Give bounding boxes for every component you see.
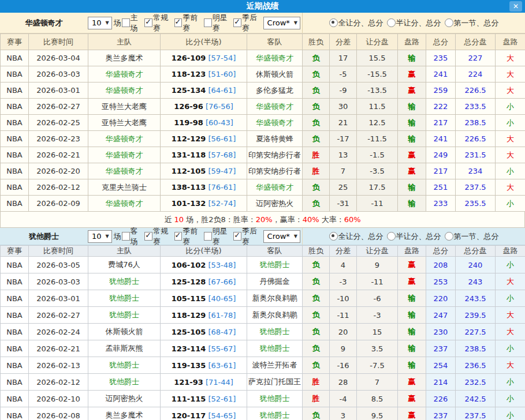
- home-team-link[interactable]: 克里夫兰骑士: [102, 183, 147, 192]
- jazz-results-table: 赛事 比赛时间 主队 比分(半场) 客队 胜负 分差 让分盘 盘路 总分 总分盘…: [0, 245, 525, 420]
- home-team-link[interactable]: 犹他爵士: [109, 294, 139, 302]
- checkbox-icon[interactable]: [204, 18, 212, 27]
- filter-checkbox-item[interactable]: 明星赛: [204, 226, 233, 247]
- bookmaker-select[interactable]: Crow*▼: [263, 230, 300, 243]
- home-team-link[interactable]: 孟菲斯灰熊: [106, 344, 143, 352]
- odds-mode-radio-item[interactable]: 全让分、总分: [329, 18, 383, 28]
- radio-icon[interactable]: [445, 232, 453, 241]
- handicap-cell: -11.5: [357, 131, 398, 147]
- home-team-link[interactable]: 华盛顿奇才: [106, 70, 143, 78]
- checkbox-icon[interactable]: [204, 232, 212, 241]
- wizards-results-table: 赛事 比赛时间 主队 比分(半场) 客队 胜负 分差 让分盘 盘路 总分 总分盘…: [0, 33, 525, 212]
- away-team-link[interactable]: 华盛顿奇才: [256, 183, 293, 192]
- ou-cell: 大: [496, 324, 525, 340]
- home-team-link[interactable]: 休斯顿火箭: [106, 327, 143, 336]
- filter-checkbox-item[interactable]: 常规赛: [144, 13, 173, 33]
- handicap-result-cell: 输: [398, 357, 426, 374]
- away-team-link[interactable]: 华盛顿奇才: [256, 118, 293, 127]
- filter-checkbox-item[interactable]: 季前赛: [174, 226, 203, 247]
- ou-value: 大: [507, 327, 514, 336]
- away-team-link[interactable]: 犹他爵士: [260, 260, 290, 269]
- away-team-link[interactable]: 夏洛特黄蜂: [256, 134, 293, 143]
- radio-icon[interactable]: [387, 232, 396, 241]
- radio-icon[interactable]: [329, 232, 338, 241]
- games-count-select[interactable]: 10▼: [88, 17, 112, 29]
- checkbox-icon[interactable]: [174, 232, 183, 241]
- checkbox-icon[interactable]: [144, 18, 152, 27]
- away-team-link[interactable]: 华盛顿奇才: [256, 54, 293, 62]
- away-team-link[interactable]: 印第安纳步行者: [248, 151, 301, 159]
- radio-icon[interactable]: [387, 18, 396, 27]
- away-team-link[interactable]: 新奥尔良鹈鹕: [252, 294, 297, 302]
- home-team-link[interactable]: 华盛顿奇才: [106, 86, 143, 95]
- home-team-link[interactable]: 亚特兰大老鹰: [102, 118, 147, 127]
- home-team-link[interactable]: 犹他爵士: [109, 361, 139, 369]
- games-count-select[interactable]: 10▼: [88, 230, 112, 243]
- odds-mode-radio-item[interactable]: 第一节、总分: [445, 18, 499, 28]
- away-team-link[interactable]: 多伦多猛龙: [256, 86, 293, 95]
- home-team-link[interactable]: 犹他爵士: [109, 310, 139, 319]
- checkbox-icon[interactable]: [122, 232, 130, 241]
- odds-mode-radio-item[interactable]: 半让分、总分: [387, 18, 441, 28]
- result-cell: 负: [303, 50, 330, 66]
- home-team-link[interactable]: 奥兰多魔术: [106, 411, 143, 419]
- handicap-result-value: 输: [408, 361, 416, 369]
- handicap-cell: -3: [357, 307, 398, 324]
- handicap-result-cell: 赢: [398, 163, 426, 179]
- league-cell: NBA: [1, 82, 29, 99]
- filter-checkbox-item[interactable]: 主场: [122, 13, 144, 33]
- checkbox-icon[interactable]: [174, 18, 183, 27]
- away-team-link[interactable]: 萨克拉门托国王: [248, 377, 301, 386]
- checkbox-icon[interactable]: [144, 232, 152, 241]
- diff-cell: 30: [330, 99, 357, 115]
- filter-checkbox-item[interactable]: 季后赛: [233, 13, 262, 33]
- away-team-link[interactable]: 华盛顿奇才: [256, 102, 293, 111]
- checkbox-icon[interactable]: [122, 18, 130, 27]
- home-team-link[interactable]: 华盛顿奇才: [106, 134, 143, 143]
- final-score: 121-93: [174, 378, 203, 387]
- away-team-link[interactable]: 印第安纳步行者: [248, 167, 301, 175]
- home-team-link[interactable]: 奥兰多魔术: [106, 54, 143, 62]
- checkbox-icon[interactable]: [233, 18, 241, 27]
- away-team-link[interactable]: 犹他爵士: [260, 344, 290, 352]
- filter-checkbox-item[interactable]: 客场: [122, 226, 144, 247]
- filter-checkbox-item[interactable]: 季前赛: [174, 13, 203, 33]
- away-team-link[interactable]: 休斯顿火箭: [256, 70, 293, 78]
- home-team-link[interactable]: 华盛顿奇才: [106, 167, 143, 175]
- home-team-link[interactable]: 华盛顿奇才: [106, 199, 143, 208]
- table-row: NBA 2026-03-05 费城76人 106-102 [53-48] 犹他爵…: [1, 257, 525, 273]
- radio-icon[interactable]: [445, 18, 453, 27]
- total-line-cell: 238.5: [456, 340, 496, 357]
- filter-checkbox-item[interactable]: 常规赛: [144, 226, 173, 247]
- radio-icon[interactable]: [329, 18, 338, 27]
- away-team-link[interactable]: 犹他爵士: [260, 394, 290, 403]
- total-cell: 226: [426, 391, 456, 407]
- home-team-link[interactable]: 迈阿密热火: [106, 394, 143, 403]
- summary-text: 20%: [256, 215, 273, 224]
- half-score: [51-60]: [208, 70, 236, 78]
- away-team-link[interactable]: 新奥尔良鹈鹕: [252, 310, 297, 319]
- filter-checkbox-item[interactable]: 季后赛: [233, 226, 262, 247]
- handicap-result-cell: 赢: [398, 147, 426, 163]
- filter-checkbox-item[interactable]: 明星赛: [204, 13, 233, 33]
- table-row: NBA 2026-02-13 犹他爵士 119-135 [63-61] 波特兰开…: [1, 357, 525, 374]
- home-team-link[interactable]: 华盛顿奇才: [106, 151, 143, 159]
- home-team-cell: 华盛顿奇才: [88, 147, 161, 163]
- checkbox-icon[interactable]: [233, 232, 241, 241]
- odds-mode-radio-item[interactable]: 第一节、总分: [445, 231, 499, 242]
- home-team-link[interactable]: 犹他爵士: [109, 277, 139, 286]
- away-team-link[interactable]: 波特兰开拓者: [252, 361, 297, 369]
- away-team-link[interactable]: 迈阿密热火: [256, 199, 293, 208]
- odds-mode-radio-item[interactable]: 全让分、总分: [329, 231, 383, 242]
- home-team-link[interactable]: 犹他爵士: [109, 377, 139, 386]
- home-team-link[interactable]: 亚特兰大老鹰: [102, 102, 147, 111]
- handicap-result-cell: 输: [398, 131, 426, 147]
- home-team-link[interactable]: 费城76人: [108, 260, 140, 269]
- odds-mode-radio-item[interactable]: 半让分、总分: [387, 231, 441, 242]
- away-team-link[interactable]: 丹佛掘金: [260, 277, 290, 286]
- bookmaker-select[interactable]: Crow*▼: [263, 17, 300, 29]
- result-value: 负: [312, 54, 320, 62]
- close-icon[interactable]: ✕: [509, 1, 522, 12]
- away-team-link[interactable]: 犹他爵士: [260, 411, 290, 419]
- away-team-link[interactable]: 犹他爵士: [260, 327, 290, 336]
